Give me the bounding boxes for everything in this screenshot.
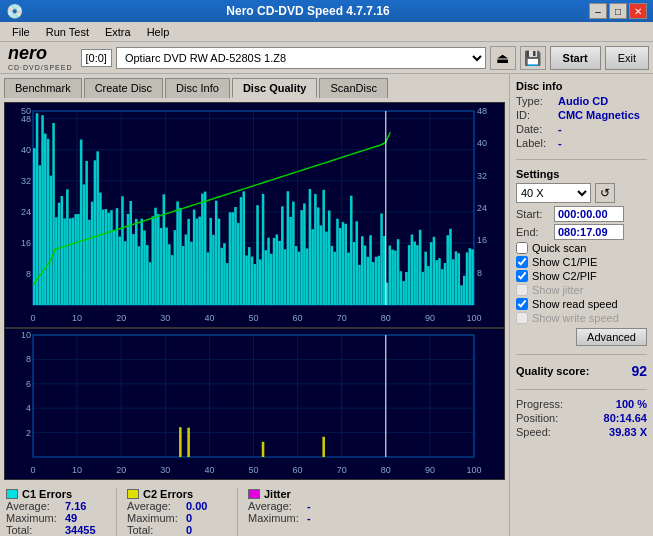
quick-scan-checkbox[interactable] bbox=[516, 242, 528, 254]
type-key: Type: bbox=[516, 95, 554, 107]
nero-logo-area: nero CD·DVD/SPEED bbox=[4, 42, 77, 73]
jitter-max-label: Maximum: bbox=[248, 512, 303, 524]
eject-button[interactable]: ⏏ bbox=[490, 46, 516, 70]
c1-max-label: Maximum: bbox=[6, 512, 61, 524]
start-field-row: Start: bbox=[516, 206, 647, 222]
app-icon: 💿 bbox=[6, 3, 23, 19]
divider-1 bbox=[516, 159, 647, 160]
tab-create-disc[interactable]: Create Disc bbox=[84, 78, 163, 98]
c1-stats: C1 Errors Average: 7.16 Maximum: 49 Tota… bbox=[6, 488, 106, 536]
c2-avg-value: 0.00 bbox=[186, 500, 207, 512]
jitter-avg-value: - bbox=[307, 500, 311, 512]
minimize-button[interactable]: – bbox=[589, 3, 607, 19]
tab-disc-quality[interactable]: Disc Quality bbox=[232, 78, 318, 98]
quick-scan-label: Quick scan bbox=[532, 242, 586, 254]
show-c1pie-row: Show C1/PIE bbox=[516, 256, 647, 268]
c2-max-value: 0 bbox=[186, 512, 192, 524]
stats-bar: C1 Errors Average: 7.16 Maximum: 49 Tota… bbox=[0, 484, 509, 536]
speed-row: 40 X ↺ bbox=[516, 183, 647, 203]
c2-max-label: Maximum: bbox=[127, 512, 182, 524]
settings-section: Settings 40 X ↺ Start: End: Quick scan bbox=[516, 168, 647, 346]
position-label: Position: bbox=[516, 412, 558, 424]
drive-select[interactable]: Optiarc DVD RW AD-5280S 1.Z8 bbox=[116, 47, 486, 69]
jitter-avg-label: Average: bbox=[248, 500, 303, 512]
end-field-row: End: bbox=[516, 224, 647, 240]
c1-avg-value: 7.16 bbox=[65, 500, 86, 512]
c1-total-label: Total: bbox=[6, 524, 61, 536]
exit-button[interactable]: Exit bbox=[605, 46, 649, 70]
tab-benchmark[interactable]: Benchmark bbox=[4, 78, 82, 98]
menu-extra[interactable]: Extra bbox=[97, 24, 139, 40]
show-write-speed-row: Show write speed bbox=[516, 312, 647, 324]
start-label: Start: bbox=[516, 208, 550, 220]
disc-info-section: Disc info Type: Audio CD ID: CMC Magneti… bbox=[516, 80, 647, 151]
jitter-header: Jitter bbox=[248, 488, 348, 500]
progress-section: Progress: 100 % Position: 80:14.64 Speed… bbox=[516, 398, 647, 438]
tab-bar: Benchmark Create Disc Disc Info Disc Qua… bbox=[0, 74, 509, 98]
speed-value: 39.83 X bbox=[609, 426, 647, 438]
show-jitter-label: Show jitter bbox=[532, 284, 583, 296]
id-val: CMC Magnetics bbox=[558, 109, 640, 121]
top-chart bbox=[4, 102, 505, 328]
drive-badge: [0:0] bbox=[81, 49, 112, 67]
speed-label: Speed: bbox=[516, 426, 551, 438]
show-jitter-checkbox[interactable] bbox=[516, 284, 528, 296]
show-c1pie-label: Show C1/PIE bbox=[532, 256, 597, 268]
titlebar-controls: – □ ✕ bbox=[589, 3, 647, 19]
menu-run-test[interactable]: Run Test bbox=[38, 24, 97, 40]
jitter-color-box bbox=[248, 489, 260, 499]
speed-select[interactable]: 40 X bbox=[516, 183, 591, 203]
c2-header: C2 Errors bbox=[127, 488, 227, 500]
save-button[interactable]: 💾 bbox=[520, 46, 546, 70]
nero-subtitle: CD·DVD/SPEED bbox=[8, 64, 73, 71]
start-input[interactable] bbox=[554, 206, 624, 222]
quality-label: Quality score: bbox=[516, 365, 589, 377]
quality-value: 92 bbox=[631, 363, 647, 379]
show-c2pif-checkbox[interactable] bbox=[516, 270, 528, 282]
stats-sep-2 bbox=[237, 488, 238, 536]
quick-scan-row: Quick scan bbox=[516, 242, 647, 254]
menu-help[interactable]: Help bbox=[139, 24, 178, 40]
disc-info-header: Disc info bbox=[516, 80, 647, 92]
show-c2pif-row: Show C2/PIF bbox=[516, 270, 647, 282]
nero-logo: nero bbox=[8, 44, 73, 64]
show-c1pie-checkbox[interactable] bbox=[516, 256, 528, 268]
close-button[interactable]: ✕ bbox=[629, 3, 647, 19]
tab-scan-disc[interactable]: ScanDisc bbox=[319, 78, 387, 98]
toolbar: nero CD·DVD/SPEED [0:0] Optiarc DVD RW A… bbox=[0, 42, 653, 74]
show-jitter-row: Show jitter bbox=[516, 284, 647, 296]
end-label: End: bbox=[516, 226, 550, 238]
show-write-speed-checkbox[interactable] bbox=[516, 312, 528, 324]
advanced-button[interactable]: Advanced bbox=[576, 328, 647, 346]
start-button[interactable]: Start bbox=[550, 46, 601, 70]
c2-total-value: 0 bbox=[186, 524, 192, 536]
charts-area bbox=[0, 98, 509, 484]
show-read-speed-checkbox[interactable] bbox=[516, 298, 528, 310]
tab-disc-info[interactable]: Disc Info bbox=[165, 78, 230, 98]
settings-header: Settings bbox=[516, 168, 647, 180]
end-input[interactable] bbox=[554, 224, 624, 240]
c2-stats: C2 Errors Average: 0.00 Maximum: 0 Total… bbox=[127, 488, 227, 536]
c1-color-box bbox=[6, 489, 18, 499]
right-panel: Disc info Type: Audio CD ID: CMC Magneti… bbox=[509, 74, 653, 536]
c1-header: C1 Errors bbox=[6, 488, 106, 500]
left-panel: Benchmark Create Disc Disc Info Disc Qua… bbox=[0, 74, 509, 536]
jitter-max-value: - bbox=[307, 512, 311, 524]
menu-file[interactable]: File bbox=[4, 24, 38, 40]
show-c2pif-label: Show C2/PIF bbox=[532, 270, 597, 282]
label-val: - bbox=[558, 137, 562, 149]
c1-avg-label: Average: bbox=[6, 500, 61, 512]
speed-icon[interactable]: ↺ bbox=[595, 183, 615, 203]
bottom-chart bbox=[4, 328, 505, 480]
c2-color-box bbox=[127, 489, 139, 499]
show-write-speed-label: Show write speed bbox=[532, 312, 619, 324]
divider-3 bbox=[516, 389, 647, 390]
show-read-speed-row: Show read speed bbox=[516, 298, 647, 310]
position-value: 80:14.64 bbox=[604, 412, 647, 424]
stats-sep-1 bbox=[116, 488, 117, 536]
maximize-button[interactable]: □ bbox=[609, 3, 627, 19]
jitter-stats: Jitter Average: - Maximum: - bbox=[248, 488, 348, 536]
divider-2 bbox=[516, 354, 647, 355]
titlebar-title: Nero CD-DVD Speed 4.7.7.16 bbox=[27, 4, 589, 18]
quality-row: Quality score: 92 bbox=[516, 363, 647, 379]
